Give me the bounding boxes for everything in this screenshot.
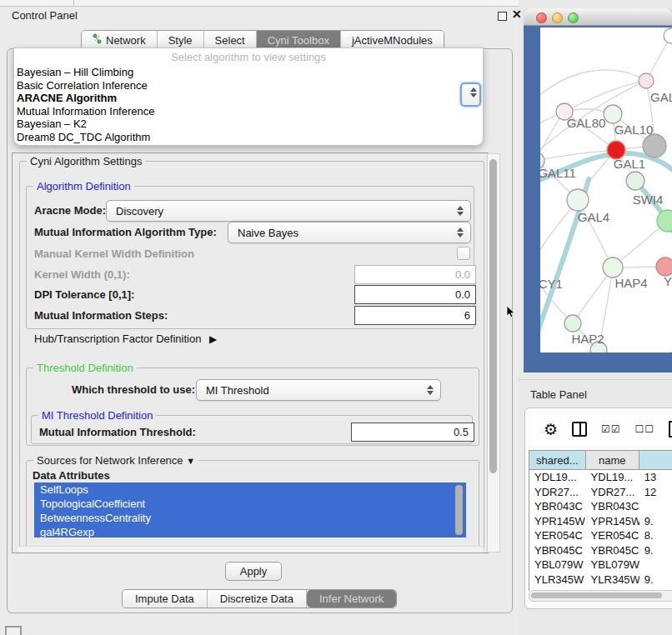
- table-row[interactable]: YBL079WYBL079W: [529, 558, 672, 572]
- document-icon[interactable]: [669, 421, 672, 438]
- table-cell: YPR145W: [586, 514, 639, 529]
- mi-steps-field[interactable]: 6: [354, 306, 476, 325]
- table-row[interactable]: YPR145WYPR145W9.: [529, 514, 672, 529]
- table-row[interactable]: YER054CYER054C8.: [529, 528, 672, 543]
- table-cell: 9.: [639, 514, 672, 529]
- deselect-all-icon[interactable]: ☐☐: [635, 423, 655, 435]
- attribute-item[interactable]: BetweennessCentrality: [34, 511, 466, 525]
- network-node[interactable]: [626, 172, 644, 190]
- network-node-label: GAL11: [540, 166, 576, 180]
- manual-kernel-checkbox[interactable]: [457, 247, 470, 260]
- table-row[interactable]: YDL19...YDL19...13: [529, 470, 672, 485]
- tab-style[interactable]: Style: [158, 31, 204, 49]
- network-node[interactable]: [656, 258, 672, 276]
- network-icon: [93, 33, 102, 47]
- column-header[interactable]: [639, 451, 672, 469]
- tab-network[interactable]: Network: [82, 31, 158, 49]
- tab-infer-network[interactable]: Infer Network: [307, 590, 396, 608]
- select-all-icon[interactable]: ☑☑: [601, 423, 621, 435]
- settings-vscrollbar-thumb[interactable]: [489, 159, 497, 473]
- apply-button[interactable]: Apply: [225, 562, 282, 581]
- tab-impute-data[interactable]: Impute Data: [123, 590, 208, 608]
- column-header[interactable]: shared...: [529, 451, 586, 469]
- control-panel: Control Panel ✕ NetworkStyleSelectCyni T…: [0, 0, 519, 635]
- attribute-item[interactable]: TopologicalCoefficient: [34, 497, 466, 511]
- algorithm-dropdown-popup: Select algorithm to view settings Bayesi…: [13, 48, 484, 146]
- zoom-traffic-light[interactable]: [568, 12, 579, 23]
- column-header[interactable]: name: [586, 451, 639, 469]
- aracne-mode-select[interactable]: Discovery: [106, 200, 471, 222]
- table-cell: YDL19...: [529, 470, 586, 485]
- settings-vscrollbar-track[interactable]: [487, 153, 500, 552]
- network-node[interactable]: [664, 28, 672, 43]
- settings-hscrollbar[interactable]: [16, 546, 484, 553]
- table-row[interactable]: YBR045CYBR045C9.: [529, 543, 672, 558]
- group-legend: Algorithm Definition: [33, 180, 134, 192]
- table-hscrollbar[interactable]: [529, 590, 672, 602]
- dpi-tolerance-field[interactable]: 0.0: [354, 285, 476, 304]
- table-cell: 13: [639, 470, 672, 485]
- algorithm-item[interactable]: Bayesian – K2: [16, 118, 481, 131]
- mi-threshold-label: Mutual Information Threshold:: [39, 426, 196, 438]
- network-window-titlebar[interactable]: [524, 8, 672, 26]
- application-root: Control Panel ✕ NetworkStyleSelectCyni T…: [0, 0, 672, 635]
- tab-label: Network: [106, 34, 146, 47]
- split-columns-icon[interactable]: [572, 422, 587, 437]
- close-traffic-light[interactable]: [536, 12, 547, 23]
- close-icon[interactable]: ✕: [512, 8, 522, 21]
- attribute-item[interactable]: SelfLoops: [34, 482, 466, 497]
- minimize-traffic-light[interactable]: [552, 12, 563, 23]
- network-node-label: GAL: [650, 90, 672, 104]
- network-node[interactable]: [639, 73, 654, 88]
- tab-discretize-data[interactable]: Discretize Data: [208, 590, 307, 608]
- table-cell: YBR045C: [586, 543, 639, 558]
- mi-threshold-field[interactable]: 0.5: [351, 422, 474, 442]
- network-node[interactable]: [564, 315, 581, 332]
- hub-definition-toggle[interactable]: Hub/Transcription Factor Definition ▶: [34, 332, 217, 345]
- network-node[interactable]: [643, 134, 666, 158]
- algorithm-item[interactable]: ARACNE Algorithm: [16, 92, 481, 105]
- group-legend: MI Threshold Definition: [38, 409, 156, 422]
- attribute-item[interactable]: gal4RGexp: [34, 525, 466, 538]
- algorithm-prompt: Select algorithm to view settings: [14, 51, 483, 63]
- network-edge: [564, 81, 646, 112]
- algorithm-item[interactable]: Mutual Information Inference: [16, 105, 481, 118]
- data-attributes-list[interactable]: SelfLoopsTopologicalCoefficientBetweenne…: [34, 482, 466, 538]
- algorithm-item[interactable]: Basic Correlation Inference: [16, 79, 481, 92]
- tab-label: Select: [215, 34, 245, 47]
- network-node[interactable]: [567, 189, 589, 211]
- expand-down-icon[interactable]: ▼: [186, 456, 195, 466]
- algorithm-combo-partial[interactable]: [460, 82, 481, 107]
- network-canvas[interactable]: GALGAL80GAL10GAL1GAL11SWI4GAL4GCY1HAP4YH…: [540, 28, 672, 352]
- table-row[interactable]: YBR043CYBR043C: [529, 499, 672, 514]
- table-cell: YBL079W: [529, 558, 586, 572]
- network-node[interactable]: [604, 105, 622, 123]
- collapsed-panel-icon[interactable]: [5, 626, 22, 635]
- table-cell: 8.: [639, 528, 672, 543]
- table-row[interactable]: YLR345WYLR345W9.: [529, 572, 672, 588]
- algorithm-item[interactable]: Bayesian – Hill Climbing: [16, 66, 481, 79]
- tab-select[interactable]: Select: [204, 31, 257, 49]
- mi-type-value: Naive Bayes: [228, 227, 298, 239]
- float-panel-icon[interactable]: [498, 12, 507, 21]
- table-hscrollbar-thumb[interactable]: [531, 592, 662, 598]
- table-panel-title: Table Panel: [530, 388, 587, 401]
- attributes-scrollbar[interactable]: [455, 485, 463, 535]
- table-row[interactable]: YDR27...YDR27...12: [529, 485, 672, 500]
- network-node[interactable]: [603, 258, 623, 278]
- mi-type-select[interactable]: Naive Bayes: [228, 222, 471, 243]
- table-cell: YER054C: [529, 528, 586, 543]
- table-cell: YDR27...: [586, 485, 639, 500]
- expand-right-icon: ▶: [209, 333, 217, 345]
- kernel-width-field[interactable]: 0.0: [354, 265, 476, 284]
- which-threshold-select[interactable]: MI Threshold: [196, 379, 441, 401]
- algorithm-item[interactable]: Dream8 DC_TDC Algorithm: [16, 131, 481, 144]
- tab-jactivemnodules[interactable]: jActiveMNodules: [341, 31, 444, 49]
- dpi-tolerance-label: DPI Tolerance [0,1]:: [34, 288, 134, 301]
- gear-icon[interactable]: ⚙: [544, 422, 558, 438]
- hub-definition-label: Hub/Transcription Factor Definition: [34, 332, 201, 345]
- algorithm-list: Bayesian – Hill ClimbingBasic Correlatio…: [16, 66, 481, 144]
- network-node-label: HAP2: [571, 332, 604, 346]
- table-cell: YPR145W: [529, 514, 586, 529]
- tab-cyni-toolbox[interactable]: Cyni Toolbox: [257, 31, 341, 49]
